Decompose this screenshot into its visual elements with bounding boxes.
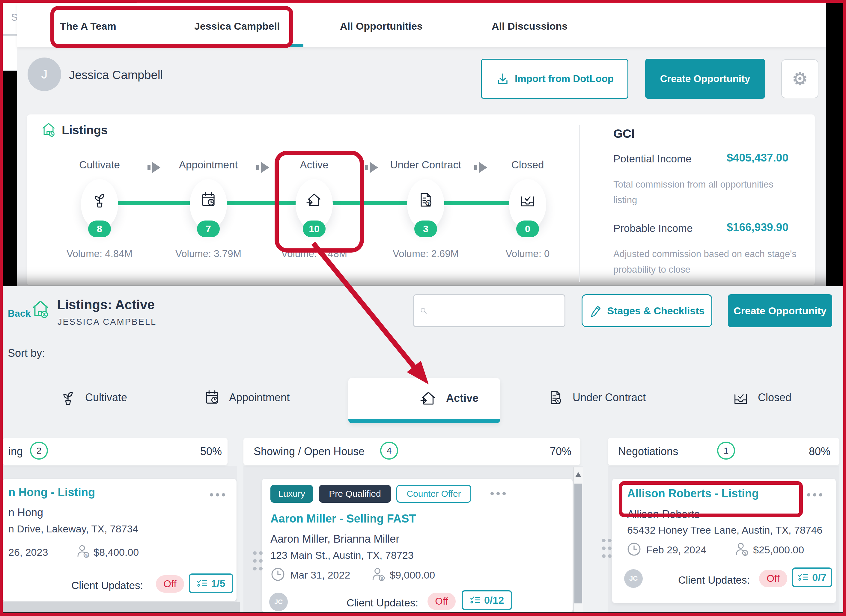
- house-arrow-icon: [419, 388, 438, 408]
- card-contact: Aaron Miller, Brianna Miller: [270, 533, 400, 545]
- calendar-clock-icon: [203, 388, 221, 407]
- svg-text:$: $: [744, 551, 746, 556]
- opportunity-card[interactable]: Luxury Pre Qualified Counter Offer Aaron…: [262, 479, 573, 612]
- gci-probable-desc: Adjusted commission based on each stage'…: [613, 246, 796, 277]
- tag-pre-qualified: Pre Qualified: [319, 485, 391, 503]
- card-address: 65432 Honey Tree Lane, Austin, TX, 78746: [627, 524, 822, 536]
- sort-by-label: Sort by:: [8, 347, 45, 359]
- tab-the-a-team[interactable]: The A Team: [60, 21, 116, 32]
- settings-button[interactable]: ⚙: [781, 59, 818, 98]
- svg-text:$: $: [85, 553, 88, 557]
- card-title[interactable]: Allison Roberts - Listing: [627, 487, 759, 500]
- overlay-subtitle: JESSICA CAMPBELL: [57, 317, 157, 327]
- download-icon: [495, 72, 510, 86]
- card-menu-icon[interactable]: [491, 492, 494, 495]
- import-button-label: Import from DotLoop: [515, 73, 614, 85]
- card-menu-icon[interactable]: [210, 493, 213, 496]
- svg-text:$: $: [427, 201, 430, 205]
- tab-cultivate[interactable]: Cultivate: [59, 388, 127, 407]
- assignee-avatar: JC: [269, 593, 288, 611]
- stage-volume: Volume: 0: [483, 248, 573, 260]
- stage-count-badge: 8: [88, 220, 111, 237]
- house-dollar-icon: $: [40, 121, 57, 138]
- import-from-dotloop-button[interactable]: Import from DotLoop: [481, 59, 629, 99]
- tag-counter-offer: Counter Offer: [396, 485, 471, 503]
- tab-all-discussions[interactable]: All Discussions: [492, 21, 567, 32]
- divider: [579, 125, 580, 282]
- checklist-count: 0/12: [484, 594, 504, 606]
- gci-probable-label: Probable Income: [613, 222, 693, 234]
- client-updates-status: Off: [427, 593, 456, 610]
- create-opportunity-button-top[interactable]: Create Opportunity: [645, 59, 765, 99]
- tab-under-contract[interactable]: $ Under Contract: [546, 388, 646, 407]
- checklist-count: 0/7: [812, 572, 826, 583]
- stage-label-appointment: Appointment: [160, 159, 256, 171]
- tab-appointment[interactable]: Appointment: [203, 388, 289, 407]
- opportunity-card[interactable]: n Hong - Listing n Hong n Drive, Lakeway…: [3, 479, 236, 601]
- column-percent: 50%: [171, 445, 222, 458]
- card-title[interactable]: n Hong - Listing: [9, 486, 95, 499]
- stages-checklists-button[interactable]: Stages & Checklists: [582, 294, 712, 327]
- create-button-label: Create Opportunity: [734, 305, 827, 317]
- gear-icon: ⚙: [792, 69, 808, 89]
- card-title[interactable]: Aaron Miller - Selling FAST: [270, 512, 416, 525]
- card-menu-icon[interactable]: [807, 493, 810, 496]
- card-amount: $25,000.00: [753, 544, 804, 556]
- stage-count-badge: 0: [516, 220, 539, 237]
- checklist-badge[interactable]: 1/5: [189, 573, 233, 593]
- avatar: J: [28, 57, 61, 91]
- back-button[interactable]: Back: [8, 308, 31, 319]
- stage-volume: Volume: 4.84M: [54, 248, 144, 260]
- svg-text:$: $: [381, 576, 383, 581]
- search-box: [413, 294, 565, 327]
- horizontal-scrollbar[interactable]: [3, 601, 240, 612]
- person-dollar-icon: $: [75, 543, 91, 559]
- vertical-scrollbar-thumb[interactable]: [574, 484, 582, 603]
- svg-text:$: $: [51, 132, 53, 136]
- scroll-up-icon[interactable]: [575, 472, 581, 477]
- column-percent: 70%: [520, 445, 571, 458]
- person-dollar-icon: $: [733, 541, 749, 557]
- listings-panel-title: Listings: [62, 123, 108, 137]
- card-address: 123 Main St., Austin, TX, 78723: [270, 550, 414, 561]
- page-title: Jessica Campbell: [69, 68, 163, 82]
- tab-all-opportunities[interactable]: All Opportunities: [340, 21, 423, 32]
- checklist-icon: [470, 595, 480, 604]
- column-count-badge: 1: [717, 441, 735, 460]
- create-button-label: Create Opportunity: [660, 73, 751, 85]
- clock-icon: [627, 542, 642, 557]
- column-title: Negotiations: [618, 445, 678, 458]
- document-dollar-icon: $: [546, 388, 565, 407]
- overlay-title: Listings: Active: [57, 297, 155, 312]
- checklist-badge[interactable]: 0/7: [792, 568, 832, 587]
- drag-handle-icon[interactable]: [253, 551, 257, 555]
- column-percent: 80%: [780, 445, 830, 458]
- search-input[interactable]: [432, 305, 558, 317]
- tab-label: Active: [446, 392, 479, 405]
- card-date: 26, 2023: [9, 547, 48, 558]
- checklist-icon: [798, 573, 809, 582]
- checklist-badge[interactable]: 0/12: [462, 590, 512, 610]
- gci-potential-desc: Total commission from all opportunities …: [613, 177, 774, 208]
- tab-label: Appointment: [229, 391, 289, 404]
- tab-closed[interactable]: Closed: [731, 388, 792, 407]
- svg-text:$: $: [43, 312, 46, 317]
- create-opportunity-button-overlay[interactable]: Create Opportunity: [728, 294, 832, 327]
- client-updates-label: Client Updates:: [347, 597, 418, 609]
- tab-label: Cultivate: [85, 391, 127, 404]
- stage-label-closed: Closed: [480, 159, 576, 171]
- column-title: ing: [9, 445, 23, 458]
- tab-active[interactable]: Active: [419, 388, 479, 408]
- stage-label-cultivate: Cultivate: [51, 159, 147, 171]
- drag-handle-icon[interactable]: [602, 539, 605, 542]
- stage-volume: Volume: 3.48M: [269, 248, 359, 260]
- tab-active-underline: [348, 419, 500, 423]
- calendar-clock-icon: [199, 190, 218, 210]
- opportunity-card[interactable]: Allison Roberts - Listing Allison Robert…: [612, 479, 836, 603]
- checklist-count: 1/5: [211, 578, 225, 589]
- active-tab-underline: [162, 44, 303, 47]
- tab-jessica-campbell[interactable]: Jessica Campbell: [194, 21, 280, 32]
- document-dollar-icon: $: [416, 190, 435, 210]
- arrow-right-icon: [147, 162, 160, 173]
- gci-potential-value: $405,437.00: [689, 152, 789, 164]
